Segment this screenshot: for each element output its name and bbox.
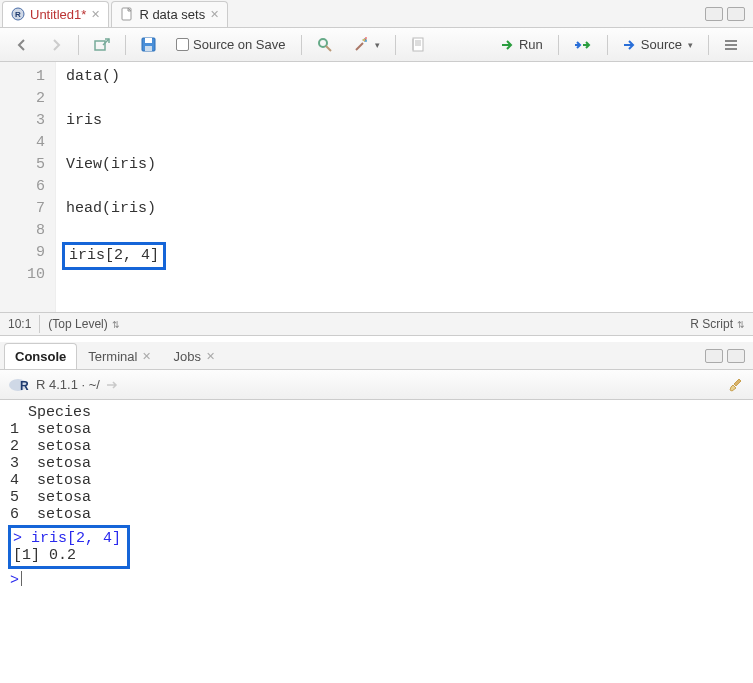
show-in-new-window-button[interactable] bbox=[87, 33, 117, 57]
save-button[interactable] bbox=[134, 33, 163, 57]
updown-icon: ⇅ bbox=[112, 320, 120, 330]
source-on-save-toggle[interactable]: Source on Save bbox=[169, 33, 293, 57]
minimize-pane-button[interactable] bbox=[705, 7, 723, 21]
source-on-save-label: Source on Save bbox=[193, 37, 286, 52]
forward-button[interactable] bbox=[42, 33, 70, 57]
close-icon[interactable]: ✕ bbox=[210, 8, 219, 21]
scope-selector[interactable]: (Top Level)⇅ bbox=[48, 317, 119, 331]
open-folder-icon[interactable] bbox=[106, 379, 120, 391]
editor-tab-label: R data sets bbox=[139, 7, 205, 22]
rerun-button[interactable] bbox=[567, 33, 599, 57]
console-tab-terminal[interactable]: Terminal ✕ bbox=[77, 343, 162, 369]
updown-icon: ⇅ bbox=[737, 320, 745, 330]
svg-point-7 bbox=[319, 39, 327, 47]
console-tabbar: Console Terminal ✕ Jobs ✕ bbox=[0, 342, 753, 370]
run-button[interactable]: Run bbox=[494, 33, 550, 57]
svg-rect-5 bbox=[145, 38, 152, 43]
r-file-icon: R bbox=[11, 7, 25, 21]
svg-point-8 bbox=[363, 39, 365, 41]
console-infobar: R R 4.1.1 · ~/ bbox=[0, 370, 753, 400]
svg-text:R: R bbox=[15, 10, 21, 19]
filetype-selector[interactable]: R Script⇅ bbox=[690, 317, 745, 331]
svg-point-10 bbox=[365, 37, 367, 39]
editor-tabbar: R Untitled1* ✕ R data sets ✕ bbox=[0, 0, 753, 28]
outline-button[interactable] bbox=[717, 33, 745, 57]
source-button[interactable]: Source ▾ bbox=[616, 33, 700, 57]
svg-point-9 bbox=[365, 40, 367, 42]
editor-toolbar: Source on Save ▾ Run Source ▾ bbox=[0, 28, 753, 62]
close-icon[interactable]: ✕ bbox=[91, 8, 100, 21]
chevron-down-icon: ▾ bbox=[688, 40, 693, 50]
close-icon[interactable]: ✕ bbox=[142, 350, 151, 363]
minimize-pane-button[interactable] bbox=[705, 349, 723, 363]
cursor-position: 10:1 bbox=[8, 317, 31, 331]
editor-statusbar: 10:1 (Top Level)⇅ R Script⇅ bbox=[0, 312, 753, 336]
maximize-pane-button[interactable] bbox=[727, 349, 745, 363]
svg-text:R: R bbox=[20, 379, 29, 393]
clear-console-button[interactable] bbox=[729, 377, 745, 393]
console-tab-jobs[interactable]: Jobs ✕ bbox=[162, 343, 225, 369]
close-icon[interactable]: ✕ bbox=[206, 350, 215, 363]
code-editor[interactable]: 12345678910 data()irisView(iris)head(iri… bbox=[0, 62, 753, 312]
editor-tab-untitled1[interactable]: R Untitled1* ✕ bbox=[2, 1, 109, 27]
back-button[interactable] bbox=[8, 33, 36, 57]
compile-report-button[interactable] bbox=[404, 33, 432, 57]
code-content[interactable]: data()irisView(iris)head(iris)iris[2, 4] bbox=[56, 62, 166, 312]
source-label: Source bbox=[641, 37, 682, 52]
line-number-gutter: 12345678910 bbox=[0, 62, 56, 312]
svg-rect-6 bbox=[145, 46, 152, 51]
svg-rect-13 bbox=[412, 39, 414, 50]
console-version-path: R 4.1.1 · ~/ bbox=[36, 377, 100, 392]
console-tab-console[interactable]: Console bbox=[4, 343, 77, 369]
maximize-pane-button[interactable] bbox=[727, 7, 745, 21]
run-label: Run bbox=[519, 37, 543, 52]
console-output[interactable]: Species 1 setosa 2 setosa 3 setosa 4 set… bbox=[0, 400, 753, 600]
pane-controls bbox=[705, 7, 753, 21]
code-tools-button[interactable]: ▾ bbox=[346, 33, 387, 57]
find-button[interactable] bbox=[310, 33, 340, 57]
pane-controls bbox=[705, 349, 753, 363]
checkbox-icon bbox=[176, 38, 189, 51]
r-logo-icon: R bbox=[8, 377, 30, 393]
editor-tab-rdatasets[interactable]: R data sets ✕ bbox=[111, 1, 228, 27]
chevron-down-icon: ▾ bbox=[375, 40, 380, 50]
editor-tab-label: Untitled1* bbox=[30, 7, 86, 22]
document-icon bbox=[120, 7, 134, 21]
